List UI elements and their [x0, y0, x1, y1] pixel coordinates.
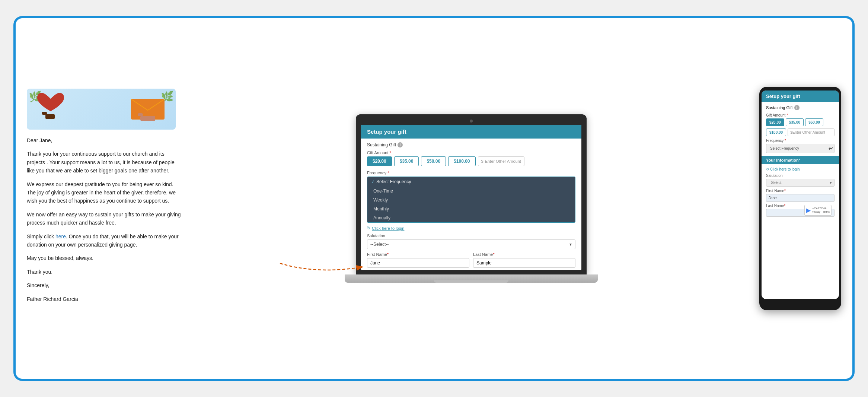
email-paragraph2: We express our deepest gratitude to you … — [27, 180, 183, 205]
login-link[interactable]: ↻ Click here to login — [367, 226, 575, 231]
mobile-freq-select-wrapper: Select Frequency — [766, 144, 835, 153]
laptop-device: Setup your gift Sustaining Gift i Gift A… — [356, 114, 587, 283]
mobile-form-body: Sustaining Gift i Gift Amount * $20.00 $… — [762, 102, 839, 222]
freq-option-onetime[interactable]: One-Time — [367, 187, 575, 196]
mobile-freq-select[interactable]: Select Frequency — [766, 144, 835, 153]
mobile-first-name-label: First Name* — [766, 189, 835, 193]
frequency-section: Frequency * ✓ Select Frequency One-Time … — [367, 171, 575, 223]
mobile-info-icon[interactable]: i — [794, 105, 800, 110]
first-name-col: First Name* — [367, 252, 469, 268]
amount-buttons-group: $20.00 $35.00 $50.00 $100.00 $ Enter Oth… — [367, 156, 575, 166]
email-paragraph6: Thank you. — [27, 268, 183, 276]
email-body: Dear Jane, Thank you for your continuous… — [27, 136, 183, 308]
envelope-hand-svg — [124, 92, 172, 125]
gift-amount-label: Gift Amount * — [367, 150, 575, 155]
svg-rect-3 — [140, 116, 155, 121]
laptop-base — [345, 274, 598, 283]
salutation-row: Salutation --Select-- — [367, 234, 575, 249]
sustaining-gift-label: Sustaining Gift — [367, 142, 396, 147]
freq-option-weekly[interactable]: Weekly — [367, 196, 575, 204]
mobile-amt-35[interactable]: $35.00 — [786, 118, 804, 126]
mobile-screen: Setup your gift Sustaining Gift i Gift A… — [762, 90, 839, 299]
svg-rect-4 — [138, 113, 143, 116]
first-name-input[interactable] — [367, 258, 469, 268]
email-paragraph1: Thank you for your continuous support to… — [27, 150, 183, 175]
laptop-form-body: Sustaining Gift i Gift Amount * $20.00 $… — [361, 142, 581, 268]
freq-option-monthly[interactable]: Monthly — [367, 204, 575, 213]
email-sender: Father Richard Garcia — [27, 295, 183, 303]
amount-btn-35[interactable]: $35.00 — [394, 156, 419, 166]
laptop-section: Setup your gift Sustaining Gift i Gift A… — [198, 114, 744, 283]
mobile-your-info-header: Your Information* — [762, 156, 839, 164]
mobile-salutation-wrapper: --Select-- — [766, 179, 835, 187]
mobile-sustaining-row: Sustaining Gift i — [766, 105, 835, 110]
mobile-section: Setup your gift Sustaining Gift i Gift A… — [759, 87, 841, 310]
mobile-amt-20[interactable]: $20.00 — [766, 118, 784, 126]
last-name-label: Last Name* — [473, 252, 575, 257]
freq-selected-option[interactable]: ✓ Select Frequency — [367, 177, 575, 187]
salutation-select[interactable]: --Select-- — [367, 239, 575, 249]
email-section: 🌿 🌿 Dear Jane, Thank yo — [27, 89, 183, 308]
mobile-amount-row2: $100.00 $ Enter Other Amount — [766, 128, 835, 136]
amount-btn-100[interactable]: $100.00 — [448, 156, 475, 166]
first-name-label: First Name* — [367, 252, 469, 257]
email-hero-image: 🌿 🌿 — [27, 89, 176, 130]
mobile-other-input[interactable]: $ Enter Other Amount — [788, 128, 835, 136]
frequency-dropdown[interactable]: ✓ Select Frequency One-Time Weekly Month… — [367, 177, 575, 223]
mobile-frequency-section: Frequency * Select Frequency — [766, 139, 835, 153]
other-amount-input[interactable]: $ Enter Other Amount — [478, 156, 524, 166]
sustaining-gift-row: Sustaining Gift i — [367, 142, 575, 147]
mobile-amt-100[interactable]: $100.00 — [766, 128, 786, 136]
mobile-salutation-select[interactable]: --Select-- — [766, 179, 835, 187]
freq-option-annually[interactable]: Annually — [367, 213, 575, 222]
mobile-first-name-input[interactable] — [766, 194, 835, 202]
name-row: First Name* Last Name* — [367, 252, 575, 268]
salutation-select-wrapper: --Select-- — [367, 239, 575, 249]
email-closing: Sincerely, — [27, 281, 183, 289]
here-link[interactable]: here — [55, 234, 66, 239]
mobile-amount-row1: $20.00 $35.00 $50.00 — [766, 118, 835, 126]
recaptcha-badge: ▶ reCAPTCHAPrivacy - Terms — [804, 205, 832, 216]
mobile-sustaining-label: Sustaining Gift — [766, 105, 793, 110]
laptop-screen: Setup your gift Sustaining Gift i Gift A… — [361, 125, 581, 270]
mobile-salutation-label: Salutation — [766, 174, 835, 178]
last-name-input[interactable] — [473, 258, 575, 268]
info-icon[interactable]: i — [398, 142, 403, 147]
mobile-device: Setup your gift Sustaining Gift i Gift A… — [759, 87, 841, 310]
svg-rect-0 — [45, 114, 55, 119]
email-paragraph3: We now offer an easy way to sustain your… — [27, 210, 183, 227]
email-paragraph5: May you be blessed, always. — [27, 254, 183, 262]
mobile-amt-50[interactable]: $50.00 — [805, 118, 823, 126]
heart-hand-svg — [34, 92, 79, 125]
svg-rect-1 — [42, 112, 47, 115]
laptop-form-header: Setup your gift — [361, 125, 581, 139]
laptop-bezel: Setup your gift Sustaining Gift i Gift A… — [356, 114, 587, 274]
mobile-form-header: Setup your gift — [762, 90, 839, 102]
amount-btn-20[interactable]: $20.00 — [367, 156, 392, 166]
laptop-camera — [470, 120, 473, 123]
salutation-label: Salutation — [367, 234, 575, 238]
main-container: 🌿 🌿 Dear Jane, Thank yo — [13, 16, 855, 381]
email-para4-prefix: Simply click — [27, 234, 55, 239]
last-name-col: Last Name* — [473, 252, 575, 268]
mobile-freq-label: Frequency * — [766, 139, 835, 143]
mobile-login-link[interactable]: ↻ Click here to login — [766, 167, 835, 171]
email-paragraph4: Simply click here. Once you do that, you… — [27, 232, 183, 249]
email-greeting: Dear Jane, — [27, 136, 183, 144]
laptop-gift-form: Setup your gift Sustaining Gift i Gift A… — [361, 125, 581, 268]
mobile-gift-amount-label: Gift Amount * — [766, 113, 835, 117]
frequency-label: Frequency * — [367, 171, 575, 175]
amount-btn-50[interactable]: $50.00 — [421, 156, 446, 166]
